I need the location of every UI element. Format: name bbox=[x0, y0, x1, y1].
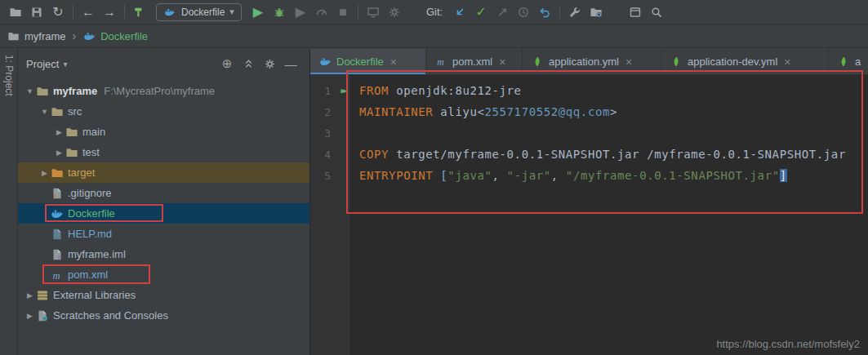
run-config-label: Dockerfile bbox=[181, 7, 225, 18]
gutter-line[interactable]: 2 bbox=[310, 101, 349, 122]
gutter-line[interactable]: 4 bbox=[310, 144, 349, 165]
tab-application-yml[interactable]: application.yml × bbox=[523, 48, 661, 75]
tree-item-gitignore[interactable]: .gitignore bbox=[18, 183, 309, 203]
debug-icon[interactable] bbox=[269, 2, 290, 22]
edit-configurations-icon[interactable] bbox=[384, 2, 405, 22]
code-line-4[interactable]: COPY target/myframe-0.0.1-SNAPSHOT.jar /… bbox=[359, 144, 868, 165]
project-structure-icon[interactable] bbox=[585, 2, 607, 22]
spring-leaf-icon bbox=[531, 55, 544, 69]
docker-icon bbox=[163, 6, 176, 19]
commit-icon[interactable]: ✓ bbox=[470, 2, 492, 22]
chevron-down-icon[interactable]: ▼ bbox=[24, 87, 35, 95]
tree-item-label: External Libraries bbox=[53, 289, 136, 301]
tree-item-main[interactable]: ▶ main bbox=[18, 122, 309, 142]
docker-icon bbox=[318, 55, 332, 69]
tree-item-help-md[interactable]: HELP.md bbox=[18, 224, 309, 244]
chevron-right-icon[interactable]: ▶ bbox=[24, 312, 35, 320]
close-icon[interactable]: × bbox=[499, 55, 505, 69]
scratches-icon bbox=[36, 309, 49, 322]
editor-gutter[interactable]: 1▶▶ 2 3 4 5 bbox=[310, 75, 349, 355]
svg-text:m: m bbox=[437, 57, 443, 68]
breadcrumb-project[interactable]: myframe bbox=[24, 30, 66, 42]
gutter-line[interactable]: 3 bbox=[310, 122, 349, 144]
tree-item-src[interactable]: ▼ src bbox=[18, 101, 309, 122]
sync-icon[interactable]: ↻ bbox=[47, 2, 69, 22]
code-text: , bbox=[492, 169, 507, 182]
tree-item-external-libraries[interactable]: ▶ External Libraries bbox=[18, 285, 309, 305]
push-icon[interactable]: ↗ bbox=[492, 2, 513, 22]
bracket-close: ] bbox=[780, 169, 787, 182]
settings-gear-icon[interactable] bbox=[260, 55, 278, 73]
line-number: 1 bbox=[324, 85, 331, 97]
git-label: Git: bbox=[426, 6, 443, 18]
tree-item-label: main bbox=[82, 126, 105, 138]
project-panel: Project▾ ⊕ — ▼ myframe F:\MycreatPro\myf… bbox=[18, 48, 310, 355]
search-everywhere-icon[interactable] bbox=[646, 2, 667, 22]
string-literal: "-jar" bbox=[507, 169, 551, 182]
chevron-right-icon[interactable]: ▶ bbox=[54, 149, 65, 157]
tree-item-pom-xml[interactable]: m pom.xml bbox=[18, 264, 309, 285]
history-icon[interactable] bbox=[513, 2, 534, 22]
chevron-right-icon[interactable]: ▶ bbox=[24, 291, 35, 300]
update-project-icon[interactable] bbox=[449, 2, 470, 22]
tab-label: application-dev.yml bbox=[688, 55, 777, 68]
tree-item-myframe-iml[interactable]: myframe.iml bbox=[18, 244, 309, 264]
code-area[interactable]: FROM openjdk:8u212-jre MAINTAINER aliyu<… bbox=[349, 75, 868, 355]
tree-item-dockerfile[interactable]: Dockerfile bbox=[18, 203, 309, 224]
docker-icon bbox=[82, 29, 96, 42]
run-icon[interactable]: ▶ bbox=[247, 2, 269, 22]
code-line-2[interactable]: MAINTAINER aliyu<2557170552@qq.com> bbox=[359, 101, 868, 122]
gutter-line[interactable]: 1▶▶ bbox=[310, 80, 349, 101]
tree-item-scratches[interactable]: ▶ Scratches and Consoles bbox=[18, 305, 309, 326]
tab-partial[interactable]: a bbox=[829, 48, 868, 75]
chevron-down-icon[interactable]: ▼ bbox=[39, 108, 50, 116]
tab-application-dev-yml[interactable]: application-dev.yml × bbox=[661, 48, 829, 75]
code-line-1[interactable]: FROM openjdk:8u212-jre bbox=[359, 80, 868, 101]
line-number: 4 bbox=[324, 149, 331, 161]
tab-pom-xml[interactable]: m pom.xml × bbox=[426, 48, 523, 75]
locate-file-icon[interactable]: ⊕ bbox=[218, 55, 236, 73]
back-icon[interactable]: ← bbox=[78, 2, 99, 22]
chevron-down-icon: ▾ bbox=[229, 7, 234, 17]
tab-dockerfile[interactable]: Dockerfile × bbox=[310, 48, 426, 75]
tree-item-label: .gitignore bbox=[68, 187, 111, 199]
tree-item-target[interactable]: ▶ target bbox=[18, 162, 309, 183]
run-coverage-icon[interactable]: ▶ bbox=[290, 2, 311, 22]
rollback-icon[interactable] bbox=[534, 2, 555, 22]
toolbar-separator bbox=[559, 5, 560, 19]
forward-icon[interactable]: → bbox=[99, 2, 120, 22]
gutter-line[interactable]: 5 bbox=[310, 165, 349, 186]
close-icon[interactable]: × bbox=[390, 55, 397, 69]
code-text: > bbox=[610, 105, 617, 118]
settings-wrench-icon[interactable] bbox=[564, 2, 585, 22]
restore-windows-icon[interactable] bbox=[625, 2, 646, 22]
run-file-gutter-icon[interactable]: ▶▶ bbox=[341, 87, 347, 95]
line-number: 3 bbox=[324, 127, 331, 140]
tree-item-test[interactable]: ▶ test bbox=[18, 142, 309, 162]
tree-item-myframe[interactable]: ▼ myframe F:\MycreatPro\myframe bbox=[18, 81, 309, 101]
attach-process-icon[interactable] bbox=[363, 2, 384, 22]
profiler-icon[interactable] bbox=[311, 2, 332, 22]
code-line-3[interactable] bbox=[359, 122, 868, 144]
module-file-icon bbox=[51, 248, 64, 261]
close-icon[interactable]: × bbox=[784, 55, 790, 69]
collapse-all-icon[interactable] bbox=[239, 55, 257, 73]
project-view-selector[interactable]: Project▾ bbox=[26, 58, 68, 70]
hide-panel-icon[interactable]: — bbox=[282, 55, 300, 73]
code-line-5[interactable]: ENTRYPOINT ["java", "-jar", "/myframe-0.… bbox=[359, 165, 868, 186]
open-project-icon[interactable] bbox=[5, 2, 26, 22]
close-icon[interactable]: × bbox=[625, 55, 632, 69]
keyword: FROM bbox=[359, 84, 389, 97]
save-all-icon[interactable] bbox=[26, 2, 47, 22]
stop-icon[interactable]: ■ bbox=[332, 2, 354, 22]
run-configuration-select[interactable]: Dockerfile ▾ bbox=[156, 3, 242, 21]
build-project-icon[interactable] bbox=[129, 2, 150, 22]
chevron-right-icon[interactable]: ▶ bbox=[54, 128, 65, 136]
line-number: 2 bbox=[324, 106, 331, 118]
tree-item-label: myframe bbox=[53, 85, 97, 97]
project-tool-window-button[interactable]: 1: Project bbox=[3, 55, 15, 96]
chevron-right-icon[interactable]: ▶ bbox=[39, 169, 50, 177]
maven-icon: m bbox=[434, 55, 447, 69]
breadcrumb-file[interactable]: Dockerfile bbox=[100, 30, 148, 42]
tab-label: a bbox=[855, 55, 861, 68]
